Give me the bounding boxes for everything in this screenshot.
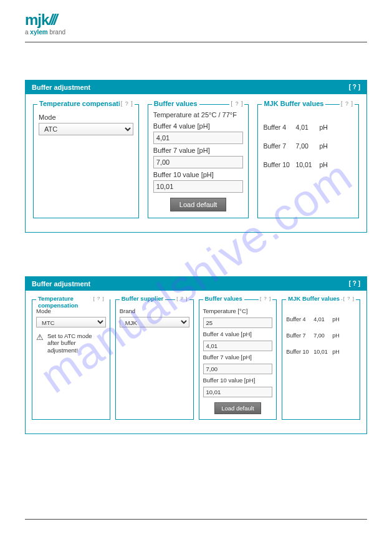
fieldset-help-icon[interactable]: [ ? ] [175, 296, 189, 301]
temp-compensation-group: Temperature compensation [ ? ] Mode MTC … [32, 299, 110, 420]
panel-title: Buffer adjustment [32, 280, 90, 288]
header: mjk/// a xylem brand [0, 0, 392, 39]
warning-row: ⚠ Set to ATC mode after buffer adjustmen… [36, 332, 106, 354]
buffer7-label: Buffer 7 value [pH] [153, 147, 244, 154]
buffer4-input[interactable] [203, 341, 273, 351]
fieldset-legend: MJK Buffer values [262, 100, 325, 107]
fieldset-help-icon[interactable]: [ ? ] [259, 296, 272, 301]
header-divider [25, 42, 367, 42]
buffer4-label: Buffer 4 value [pH] [153, 122, 244, 130]
temperature-label: Temperature [°C] [203, 308, 273, 314]
fieldset-help-icon[interactable]: [ ? ] [92, 296, 105, 301]
buffer-supplier-group: Buffer supplier [ ? ] Brand MJK [115, 299, 194, 420]
temperature-text: Temperature at 25°C / 77°F [153, 111, 244, 119]
buffer7-input[interactable] [203, 364, 273, 374]
mjk-row: Buffer 44,01pH [263, 124, 353, 131]
fieldset-help-icon[interactable]: [ ? ] [340, 100, 355, 107]
mode-select[interactable]: ATC [39, 123, 133, 135]
panel-header: Buffer adjustment [ ? ] [26, 80, 366, 94]
footer-divider [25, 519, 367, 520]
mode-select[interactable]: MTC [36, 317, 106, 327]
logo-text: mjk [25, 11, 49, 28]
brand-select[interactable]: MJK [120, 317, 189, 327]
buffer7-label: Buffer 7 value [pH] [203, 354, 273, 361]
mode-label: Mode [39, 114, 133, 121]
temperature-input[interactable] [203, 317, 273, 328]
buffer7-input[interactable] [153, 156, 244, 168]
buffer-values-group: Buffer values [ ? ] Temperature at 25°C … [148, 104, 249, 218]
mjk-buffer-values-group: MJK Buffer values [ ? ] Buffer 44,01pH B… [282, 299, 360, 420]
mjk-row: Buffer 77,00pH [263, 142, 353, 150]
panel-help-icon[interactable]: [ ? ] [349, 84, 360, 91]
fieldset-help-icon[interactable]: [ ? ] [120, 100, 135, 107]
brand-label: Brand [120, 308, 189, 314]
panel-title: Buffer adjustment [32, 84, 90, 91]
buffer-adjustment-panel-2: Buffer adjustment [ ? ] Temperature comp… [25, 276, 367, 434]
fieldset-help-icon[interactable]: [ ? ] [229, 100, 244, 107]
buffer10-label: Buffer 10 value [pH] [203, 377, 273, 384]
buffer10-input[interactable] [203, 387, 273, 397]
warning-icon: ⚠ [36, 332, 44, 342]
buffer4-input[interactable] [153, 132, 244, 144]
mjk-row: Buffer 1010,01pH [263, 161, 353, 168]
logo: mjk/// [25, 11, 367, 29]
buffer-values-group: Buffer values [ ? ] Temperature [°C] Buf… [199, 299, 277, 420]
buffer-adjustment-panel-1: Buffer adjustment [ ? ] Temperature comp… [25, 80, 367, 233]
panel-help-icon[interactable]: [ ? ] [349, 280, 360, 288]
fieldset-legend: Buffer values [152, 100, 199, 107]
load-default-button[interactable]: Load default [214, 402, 261, 414]
mjk-buffer-values-group: MJK Buffer values [ ? ] Buffer 44,01pH B… [257, 104, 359, 218]
buffer4-label: Buffer 4 value [pH] [203, 331, 273, 337]
buffer10-label: Buffer 10 value [pH] [153, 171, 244, 178]
fieldset-legend: Buffer values [203, 295, 244, 302]
mjk-row: Buffer 44,01pH [286, 316, 356, 322]
mjk-row: Buffer 77,00pH [286, 332, 356, 339]
logo-slashes: /// [49, 11, 55, 28]
fieldset-legend: Buffer supplier [120, 295, 166, 302]
temp-compensation-group: Temperature compensation [ ? ] Mode ATC [33, 104, 139, 218]
tagline: a xylem brand [25, 29, 367, 36]
load-default-button[interactable]: Load default [170, 198, 227, 211]
panel-header: Buffer adjustment [ ? ] [26, 277, 366, 291]
fieldset-legend: MJK Buffer values [286, 295, 342, 302]
warning-text: Set to ATC mode after buffer adjustment! [47, 332, 106, 354]
fieldset-legend: Temperature compensation [37, 100, 130, 107]
fieldset-help-icon[interactable]: [ ? ] [342, 296, 356, 301]
buffer10-input[interactable] [153, 180, 244, 193]
mjk-row: Buffer 1010,01pH [286, 349, 356, 355]
